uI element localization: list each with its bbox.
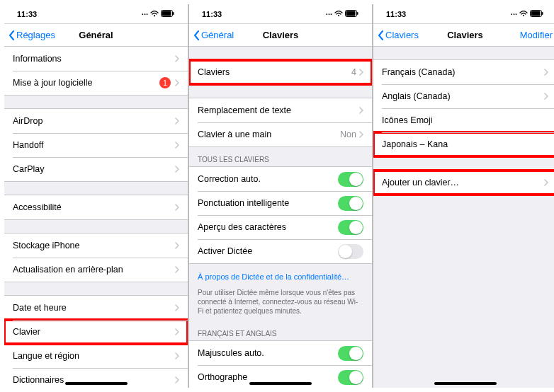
row-label: CarPlay: [13, 164, 175, 174]
update-badge: 1: [159, 77, 171, 88]
svg-rect-3: [173, 12, 174, 15]
status-bar: 11:33 ···: [373, 4, 554, 24]
row-remplacement-de-texte[interactable]: Remplacement de texte: [189, 98, 372, 122]
toggle-switch[interactable]: [338, 196, 363, 211]
row-carplay[interactable]: CarPlay: [4, 157, 188, 181]
row-stockage-iphone[interactable]: Stockage iPhone: [4, 234, 188, 258]
row-japonais-kana[interactable]: Japonais – Kana: [373, 132, 554, 156]
row-value: Non: [340, 129, 356, 139]
toggle-switch[interactable]: [338, 172, 363, 187]
nav-bar: Réglages Général: [4, 24, 188, 47]
battery-icon: [161, 10, 175, 18]
row-label: Aperçu des caractères: [198, 222, 338, 232]
battery-icon: [345, 10, 359, 18]
svg-point-4: [338, 15, 339, 16]
home-indicator[interactable]: [434, 382, 497, 385]
row-airdrop[interactable]: AirDrop: [4, 109, 188, 133]
row-label: Clavier: [13, 327, 175, 337]
group-add-keyboard: Ajouter un clavier…: [373, 170, 554, 195]
content: Claviers4 Remplacement de texteClavier à…: [189, 47, 372, 388]
row-anglais-canada-[interactable]: Anglais (Canada): [373, 84, 554, 108]
back-label: Général: [201, 30, 234, 40]
row-clavier-une-main[interactable]: Clavier à une mainNon: [189, 122, 372, 146]
row-label: Ajouter un clavier…: [382, 178, 544, 188]
group-airdrop: AirDropHandoffCarPlay: [4, 108, 188, 182]
back-button[interactable]: Claviers: [378, 30, 419, 40]
status-right: ···: [511, 10, 544, 18]
three-screens: 11:33 ··· Réglages Général InformationsM…: [4, 4, 554, 388]
row-ajouter-un-clavier-[interactable]: Ajouter un clavier…: [373, 171, 554, 195]
content: InformationsMise à jour logicielle1 AirD…: [4, 47, 188, 388]
status-time: 11:33: [202, 10, 222, 18]
back-label: Réglages: [16, 30, 55, 40]
screen-general: 11:33 ··· Réglages Général InformationsM…: [4, 4, 188, 388]
row-label: Accessibilité: [13, 202, 175, 212]
back-label: Claviers: [385, 30, 419, 40]
row-claviers[interactable]: Claviers4: [189, 60, 372, 84]
row-correction-auto-[interactable]: Correction auto.: [189, 167, 372, 191]
back-button[interactable]: Réglages: [9, 30, 55, 40]
status-right: ···: [326, 10, 359, 18]
status-right: ···: [142, 10, 175, 18]
dictation-privacy-link[interactable]: À propos de Dictée et de la confidential…: [198, 272, 349, 281]
row-ponctuation-intelligente[interactable]: Ponctuation intelligente: [189, 191, 372, 215]
row-label: Orthographe: [198, 372, 338, 382]
row-label: Majuscules auto.: [198, 348, 338, 358]
row-clavier[interactable]: Clavier: [4, 320, 188, 344]
back-button[interactable]: Général: [193, 30, 234, 40]
row-label: AirDrop: [13, 116, 175, 126]
chevron-left-icon: [9, 30, 15, 40]
row-label: Icônes Emoji: [382, 115, 548, 125]
group-keyboard-list: Français (Canada)Anglais (Canada)Icônes …: [373, 59, 554, 157]
group-claviers-count: Claviers4: [189, 59, 372, 85]
row-majuscules-auto-[interactable]: Majuscules auto.: [189, 341, 372, 365]
row-aper-u-des-caract-res[interactable]: Aperçu des caractères: [189, 215, 372, 239]
group-info: InformationsMise à jour logicielle1: [4, 47, 188, 96]
screen-keyboards: 11:33 ··· Général Claviers Claviers4 Rem…: [188, 4, 373, 388]
row-activer-dict-e[interactable]: Activer Dictée: [189, 239, 372, 263]
row-date-et-heure[interactable]: Date et heure: [4, 296, 188, 320]
svg-rect-7: [357, 12, 358, 15]
row-ic-nes-emoji[interactable]: Icônes Emoji: [373, 108, 554, 132]
row-actualisation-en-arri-re-plan[interactable]: Actualisation en arrière-plan: [4, 258, 188, 282]
toggle-switch[interactable]: [338, 346, 363, 361]
wifi-icon: [334, 10, 343, 18]
row-label: Activer Dictée: [198, 246, 338, 256]
row-label: Handoff: [13, 140, 175, 150]
row-accessibilit-[interactable]: Accessibilité: [4, 195, 188, 219]
row-mise-jour-logicielle[interactable]: Mise à jour logicielle1: [4, 71, 188, 95]
svg-rect-2: [162, 11, 171, 16]
dictation-note: Pour utiliser Dictée même lorsque vous n…: [189, 285, 372, 321]
row-label: Correction auto.: [198, 174, 338, 184]
group-all-toggles: Correction auto.Ponctuation intelligente…: [189, 167, 372, 264]
toggle-switch[interactable]: [338, 220, 363, 235]
row-label: Claviers: [198, 67, 351, 77]
row-label: Clavier à une main: [198, 129, 340, 139]
svg-point-8: [523, 15, 524, 16]
status-bar: 11:33 ···: [4, 4, 188, 24]
edit-button[interactable]: Modifier: [520, 30, 553, 40]
row-label: Français (Canada): [382, 67, 544, 77]
svg-point-0: [154, 15, 155, 16]
status-bar: 11:33 ···: [189, 4, 372, 24]
dots-icon: ···: [142, 10, 148, 18]
toggle-switch[interactable]: [338, 244, 363, 259]
row-handoff[interactable]: Handoff: [4, 133, 188, 157]
row-label: Stockage iPhone: [13, 241, 175, 250]
toggle-switch[interactable]: [338, 370, 363, 385]
nav-bar: Général Claviers: [189, 24, 372, 47]
svg-rect-6: [346, 11, 356, 16]
nav-bar: Claviers Claviers Modifier: [373, 24, 554, 47]
section-fr-en: FRANÇAIS ET ANGLAIS: [189, 321, 372, 341]
group-fr-toggles: Majuscules auto.OrthographeMaj. verrouil…: [189, 341, 372, 388]
row-informations[interactable]: Informations: [4, 47, 188, 71]
row-label: Date et heure: [13, 303, 175, 313]
row-value: 4: [351, 67, 356, 77]
home-indicator[interactable]: [249, 382, 312, 385]
row-langue-et-r-gion[interactable]: Langue et région: [4, 344, 188, 368]
row-label: Langue et région: [13, 351, 175, 361]
battery-icon: [530, 10, 544, 18]
home-indicator[interactable]: [65, 382, 128, 385]
group-storage: Stockage iPhoneActualisation en arrière-…: [4, 233, 188, 282]
row-fran-ais-canada-[interactable]: Français (Canada): [373, 60, 554, 84]
